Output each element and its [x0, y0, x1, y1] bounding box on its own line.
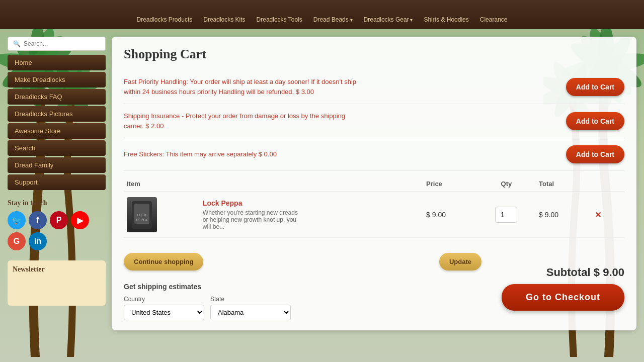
col-price: Price [423, 176, 477, 192]
shipping-row: Country United States Canada United King… [124, 296, 481, 320]
sidebar-item-search[interactable]: Search [8, 140, 106, 156]
main-content: Shopping Cart Fast Priority Handling: Yo… [112, 37, 636, 354]
stay-in-touch-title: Stay in touch [8, 199, 106, 207]
sidebar-item-support[interactable]: Support [8, 174, 106, 190]
nav-item-gear[interactable]: Dreadlocks Gear [359, 14, 418, 25]
search-icon: 🔍 [13, 40, 21, 47]
subtotal-label: Subtotal [546, 266, 591, 279]
product-thumbnail: LOCK PEPPA [127, 197, 157, 232]
topbar: Dreadlocks Products Dreadlocks Kits Drea… [0, 0, 644, 29]
qty-cell [477, 192, 536, 238]
nav-item-tools[interactable]: Dreadlocks Tools [252, 14, 307, 25]
nav-item-beads[interactable]: Dread Beads [308, 14, 358, 25]
nav-item-shirts[interactable]: Shirts & Hoodies [419, 14, 473, 25]
col-remove [590, 176, 624, 192]
sidebar-item-home[interactable]: Home [8, 55, 106, 70]
search-input[interactable] [24, 40, 100, 47]
sidebar-item-pictures[interactable]: Dreadlocks Pictures [8, 106, 106, 122]
continue-shopping-button[interactable]: Continue shopping [124, 253, 203, 270]
sidebar-item-faq[interactable]: Dreadlocks FAQ [8, 89, 106, 105]
price-cell: $ 9.00 [423, 192, 477, 238]
upsell-insurance-text: Shipping Insurance - Protect your order … [124, 111, 365, 131]
checkout-button[interactable]: Go to Checkout [502, 284, 624, 311]
main-layout: 🔍 Home Make Dreadlocks Dreadlocks FAQ Dr… [0, 29, 644, 362]
left-bottom: Continue shopping Update Get shipping es… [124, 241, 481, 320]
subtotal-value: $ 9.00 [594, 266, 624, 279]
newsletter-box: Newsletter [8, 260, 106, 306]
cart-row: LOCK PEPPA Lock Peppa Whether you're sta… [124, 192, 624, 238]
nav-item-clearance[interactable]: Clearance [475, 14, 513, 25]
cart-panel: Shopping Cart Fast Priority Handling: Yo… [112, 37, 636, 330]
add-priority-button[interactable]: Add to Cart [566, 78, 624, 96]
add-stickers-button[interactable]: Add to Cart [566, 145, 624, 163]
upsell-stickers: Free Stickers: This item may arrive sepa… [124, 138, 624, 171]
product-info-cell: Lock Peppa Whether you're starting new d… [200, 192, 423, 238]
country-select[interactable]: United States Canada United Kingdom Aust… [124, 305, 204, 320]
country-label: Country [124, 296, 204, 303]
upsell-insurance: Shipping Insurance - Protect your order … [124, 104, 624, 138]
sidebar-item-family[interactable]: Dread Family [8, 157, 106, 173]
add-insurance-button[interactable]: Add to Cart [566, 112, 624, 130]
country-group: Country United States Canada United King… [124, 296, 204, 320]
social-google-icon[interactable]: G [8, 232, 26, 250]
total-cell: $ 9.00 [536, 192, 590, 238]
nav-item-products[interactable]: Dreadlocks Products [132, 14, 198, 25]
social-twitter-icon[interactable]: 🐦 [8, 211, 26, 229]
cart-actions: Continue shopping Update [124, 249, 481, 270]
nav-item-kits[interactable]: Dreadlocks Kits [198, 14, 250, 25]
stay-in-touch: Stay in touch 🐦 f P ▶ G in [8, 199, 106, 250]
nav-menu: Dreadlocks Products Dreadlocks Kits Drea… [132, 4, 513, 25]
col-product [200, 176, 423, 192]
bottom-area: Continue shopping Update Get shipping es… [124, 241, 624, 320]
cart-table: Item Price Qty Total [124, 176, 624, 238]
social-icons: 🐦 f P ▶ G in [8, 211, 106, 250]
product-name: Lock Peppa [203, 199, 420, 207]
remove-cell: ✕ [590, 192, 624, 238]
upsell-priority: Fast Priority Handling: Your order will … [124, 70, 624, 104]
newsletter-title: Newsletter [13, 265, 101, 274]
sidebar-item-make-dreadlocks[interactable]: Make Dreadlocks [8, 72, 106, 87]
col-qty: Qty [477, 176, 536, 192]
update-cart-button[interactable]: Update [439, 253, 481, 270]
sidebar-nav: Home Make Dreadlocks Dreadlocks FAQ Drea… [8, 55, 106, 190]
sidebar-item-store[interactable]: Awesome Store [8, 123, 106, 139]
svg-text:PEPPA: PEPPA [136, 218, 148, 222]
state-group: State Alabama Alaska Arizona California [210, 296, 291, 320]
state-label: State [210, 296, 291, 303]
social-pinterest-icon[interactable]: P [50, 211, 68, 229]
right-bottom: Subtotal $ 9.00 Go to Checkout [481, 241, 624, 311]
upsell-stickers-text: Free Stickers: This item may arrive sepa… [124, 149, 277, 159]
social-linkedin-icon[interactable]: in [29, 232, 47, 250]
shipping-title: Get shipping estimates [124, 283, 481, 291]
svg-text:LOCK: LOCK [137, 213, 146, 217]
search-box[interactable]: 🔍 [8, 37, 106, 51]
product-description: Whether you're starting new dreads or he… [203, 209, 303, 230]
remove-button[interactable]: ✕ [593, 208, 603, 222]
sidebar: 🔍 Home Make Dreadlocks Dreadlocks FAQ Dr… [8, 37, 106, 354]
subtotal: Subtotal $ 9.00 [502, 266, 624, 279]
cart-title: Shopping Cart [124, 47, 624, 62]
upsell-priority-text: Fast Priority Handling: Your order will … [124, 77, 365, 97]
social-facebook-icon[interactable]: f [29, 211, 47, 229]
social-youtube-icon[interactable]: ▶ [71, 211, 89, 229]
qty-input[interactable] [495, 207, 517, 223]
product-thumbnail-cell: LOCK PEPPA [124, 192, 200, 238]
state-select[interactable]: Alabama Alaska Arizona California [210, 305, 291, 320]
shipping-section: Get shipping estimates Country United St… [124, 278, 481, 320]
col-total: Total [536, 176, 590, 192]
col-item: Item [124, 176, 200, 192]
